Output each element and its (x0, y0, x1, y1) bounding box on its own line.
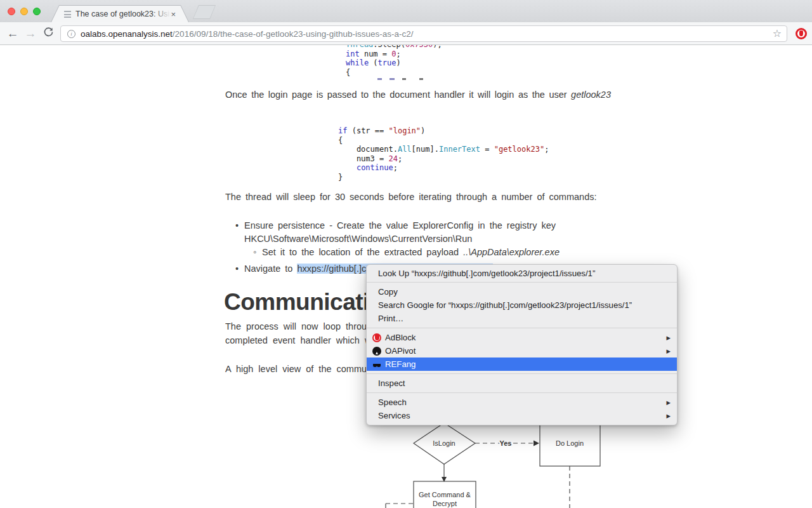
menu-item-look-up[interactable]: Look Up “hxxps://github[.]com/getlook23/… (367, 267, 677, 280)
tab-close-icon[interactable]: × (171, 10, 176, 18)
code-line: if (str == "login") (338, 126, 549, 136)
navigation-toolbar: ← → i oalabs.openanalysis.net/2016/09/18… (0, 22, 812, 45)
menu-item-speech[interactable]: Speech▶ (367, 396, 677, 409)
menu-item-label: Services (378, 411, 410, 420)
menu-item-label: Speech (378, 398, 407, 407)
code-line: num3 = 24; (338, 154, 549, 164)
page-favicon-icon (64, 11, 71, 18)
menu-item-label: REFang (385, 359, 416, 369)
minimize-window-button[interactable] (20, 8, 28, 15)
menu-item-label: Print… (378, 314, 403, 323)
code-line: } (338, 173, 549, 182)
code-line: { (338, 136, 549, 145)
zoom-window-button[interactable] (33, 8, 41, 15)
code-line: continue; (338, 163, 549, 173)
active-tab[interactable]: The case of getlook23: Using G × (51, 5, 189, 22)
tab-title: The case of getlook23: Using G (75, 10, 171, 18)
menu-item-label: OAPivot (385, 346, 416, 356)
tab-strip: The case of getlook23: Using G × (0, 0, 812, 22)
flowchart-label-islogin: IsLogin (433, 439, 455, 447)
paragraph-high-level: A high level view of the commun (225, 363, 372, 376)
close-window-button[interactable] (8, 8, 15, 15)
flowchart-box-get-command (414, 481, 476, 508)
menu-item-label: Copy (378, 287, 398, 297)
code-line: { (346, 68, 442, 77)
back-button[interactable]: ← (5, 26, 20, 41)
arrowhead-right-icon (534, 441, 539, 446)
list-item-payload-location: Set it to the location of the extracted … (225, 246, 580, 259)
paragraph-process-line2: completed event handler which w (225, 334, 371, 347)
clipped-code-line (402, 78, 406, 80)
flowchart-diamond-islogin (414, 423, 475, 464)
menu-item-copy[interactable]: Copy (367, 285, 677, 298)
refang-icon (372, 364, 381, 368)
code-line: document.All[num].InnerText = "getlook23… (338, 145, 549, 154)
menu-item-refang[interactable]: REFang (367, 358, 677, 371)
url-text: oalabs.openanalysis.net/2016/09/18/the-c… (81, 29, 414, 39)
flowchart-label-get-command-1: Get Command & (419, 491, 471, 498)
menu-item-oapivot[interactable]: OAPivot▶ (367, 344, 677, 358)
menu-item-search-google[interactable]: Search Google for “hxxps://github[.]com/… (367, 298, 677, 312)
submenu-arrow-icon: ▶ (666, 335, 671, 341)
adblock-icon (372, 333, 381, 342)
address-bar[interactable]: i oalabs.openanalysis.net/2016/09/18/the… (60, 25, 787, 42)
clipped-code-line (377, 78, 382, 80)
arrowhead-down-icon (442, 477, 447, 482)
paragraph-login: Once the login page is passed to the doc… (225, 88, 611, 102)
oapivot-icon (372, 347, 381, 356)
page-info-icon[interactable]: i (67, 30, 75, 38)
reload-icon (43, 27, 54, 37)
paragraph-process-line1: The process will now loop throug (225, 320, 372, 333)
menu-item-adblock[interactable]: AdBlock▶ (367, 331, 677, 344)
window-controls (8, 8, 41, 15)
submenu-arrow-icon: ▶ (666, 399, 671, 406)
context-menu: Look Up “hxxps://github[.]com/getlook23/… (366, 264, 678, 425)
forward-button[interactable]: → (23, 26, 38, 41)
menu-item-label: Look Up “hxxps://github[.]com/getlook23/… (378, 269, 595, 278)
clipped-code-line (419, 78, 423, 80)
sub-list: Set it to the location of the extracted … (225, 246, 580, 259)
clipped-code-line (390, 78, 395, 80)
menu-item-label: Search Google for “hxxps://github[.]com/… (378, 300, 632, 310)
flowchart-label-yes: Yes (500, 439, 512, 447)
bookmark-star-icon[interactable]: ☆ (773, 29, 782, 39)
menu-item-services[interactable]: Services▶ (367, 409, 677, 422)
menu-item-print[interactable]: Print… (367, 312, 677, 325)
submenu-arrow-icon: ▶ (666, 348, 671, 354)
menu-item-inspect[interactable]: Inspect (367, 377, 677, 390)
code-block-1: Thread.Sleep(0x7530);int num = 0;while (… (346, 45, 442, 77)
code-line: while (true) (346, 58, 442, 68)
flowchart-label-get-command-2: Decrypt (433, 500, 457, 507)
flowchart-label-do-login: Do Login (556, 439, 584, 447)
reload-button[interactable] (41, 26, 56, 41)
paragraph-thread-sleep: The thread will sleep for 30 seconds bef… (225, 190, 612, 204)
adblock-extension-icon[interactable] (796, 28, 807, 39)
list-item-persistence: Ensure persistence - Create the value Ex… (225, 219, 573, 246)
submenu-arrow-icon: ▶ (666, 413, 671, 419)
new-tab-button[interactable] (193, 5, 216, 19)
menu-item-label: AdBlock (385, 333, 416, 342)
menu-item-label: Inspect (378, 378, 405, 388)
code-line: int num = 0; (346, 50, 442, 59)
code-block-2: if (str == "login"){ document.All[num].I… (338, 126, 549, 182)
